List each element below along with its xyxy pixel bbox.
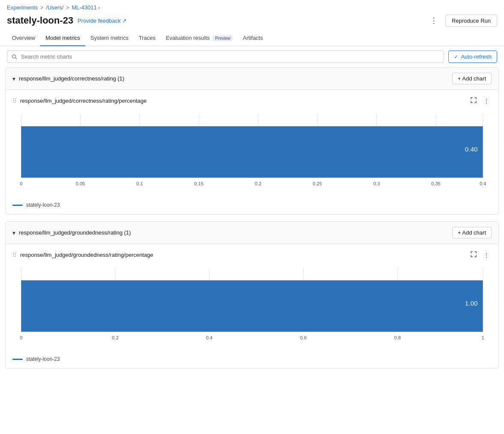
chart-title-groundedness: response/llm_judged/groundedness/rating/… — [20, 252, 153, 258]
legend-line-icon — [12, 205, 23, 206]
svg-text:1: 1 — [482, 335, 484, 340]
chart-card-correctness: ⠿ response/llm_judged/correctness/rating… — [6, 90, 498, 214]
chart-area-correctness: 0.40 0 0.05 0.1 0.15 0.2 0.25 0.3 0.35 0… — [12, 109, 492, 196]
breadcrumb-run-id[interactable]: ML-43011 › — [72, 4, 100, 11]
section-collapse-button[interactable]: ▾ — [12, 75, 15, 82]
chart-legend-groundedness: stately-loon-23 — [12, 354, 492, 362]
chart-area-groundedness: 1.00 0 0.2 0.4 0.6 0.8 1 — [12, 263, 492, 350]
chart-actions-2: ⋮ — [468, 250, 492, 260]
bar-chart-correctness-svg: 0.40 0 0.05 0.1 0.15 0.2 0.25 0.3 0.35 0… — [12, 109, 492, 195]
svg-text:0.6: 0.6 — [300, 335, 307, 340]
svg-text:0.1: 0.1 — [136, 181, 143, 186]
chart-actions: ⋮ — [468, 96, 492, 106]
chart-card-left-2: ⠿ response/llm_judged/groundedness/ratin… — [12, 252, 153, 259]
svg-text:0.2: 0.2 — [255, 181, 262, 186]
drag-handle-icon-2[interactable]: ⠿ — [12, 252, 17, 259]
section-correctness-title: response/llm_judged/correctness/rating (… — [19, 75, 124, 82]
auto-refresh-label: Auto-refresh — [461, 54, 492, 60]
legend-line-icon-2 — [12, 359, 23, 360]
section-header-left: ▾ response/llm_judged/correctness/rating… — [12, 75, 124, 82]
svg-text:0.35: 0.35 — [431, 181, 441, 186]
add-chart-button-correctness[interactable]: + Add chart — [452, 73, 492, 84]
external-link-icon: ↗ — [122, 18, 127, 24]
svg-line-1 — [15, 58, 17, 59]
svg-text:0.40: 0.40 — [465, 146, 478, 153]
svg-text:0.4: 0.4 — [480, 181, 486, 186]
expand-chart-button-2[interactable] — [468, 250, 479, 260]
svg-text:0: 0 — [20, 181, 22, 186]
search-box — [7, 51, 444, 63]
search-input[interactable] — [21, 54, 439, 60]
section-correctness: ▾ response/llm_judged/correctness/rating… — [5, 67, 499, 214]
section-header-left-2: ▾ response/llm_judged/groundedness/ratin… — [12, 229, 131, 236]
svg-text:1.00: 1.00 — [465, 300, 478, 307]
expand-chart-button[interactable] — [468, 96, 479, 106]
legend-label-correctness: stately-loon-23 — [26, 202, 60, 208]
add-chart-button-groundedness[interactable]: + Add chart — [452, 227, 492, 238]
breadcrumb: Experiments > /Users/ > ML-43011 › — [0, 0, 504, 12]
legend-label-groundedness: stately-loon-23 — [26, 356, 60, 362]
svg-text:0.3: 0.3 — [373, 181, 380, 186]
svg-text:0.25: 0.25 — [313, 181, 322, 186]
breadcrumb-sep2: > — [66, 5, 69, 11]
toolbar: ✓ Auto-refresh — [0, 46, 504, 67]
tab-overview[interactable]: Overview — [7, 30, 40, 46]
auto-refresh-button[interactable]: ✓ Auto-refresh — [448, 51, 497, 63]
svg-text:0.4: 0.4 — [206, 335, 213, 340]
chart-card-left: ⠿ response/llm_judged/correctness/rating… — [12, 98, 147, 104]
reproduce-run-button[interactable]: Reproduce Run — [445, 15, 497, 27]
svg-rect-29 — [21, 280, 483, 332]
svg-text:0: 0 — [20, 335, 22, 340]
chart-more-button-2[interactable]: ⋮ — [481, 250, 492, 260]
svg-text:0.8: 0.8 — [394, 335, 401, 340]
tab-bar: Overview Model metrics System metrics Tr… — [0, 30, 504, 46]
section-correctness-header: ▾ response/llm_judged/correctness/rating… — [6, 68, 498, 90]
tab-artifacts[interactable]: Artifacts — [238, 30, 268, 46]
tab-system-metrics[interactable]: System metrics — [85, 30, 134, 46]
tab-evaluation-results[interactable]: Evaluation results Preview — [161, 30, 238, 46]
chart-more-button[interactable]: ⋮ — [481, 96, 492, 106]
preview-badge: Preview — [213, 36, 233, 41]
drag-handle-icon[interactable]: ⠿ — [12, 98, 17, 104]
chart-card-header-correctness: ⠿ response/llm_judged/correctness/rating… — [12, 96, 492, 106]
page-header: stately-loon-23 Provide feedback ↗ ⋮ Rep… — [0, 12, 504, 30]
breadcrumb-experiments[interactable]: Experiments — [7, 4, 38, 11]
search-icon — [12, 54, 18, 60]
header-left: stately-loon-23 Provide feedback ↗ — [7, 15, 127, 26]
chart-card-header-groundedness: ⠿ response/llm_judged/groundedness/ratin… — [12, 250, 492, 260]
expand-icon-2 — [471, 251, 477, 257]
header-right: ⋮ Reproduce Run — [426, 14, 497, 27]
svg-text:0.2: 0.2 — [112, 335, 119, 340]
tab-traces[interactable]: Traces — [134, 30, 161, 46]
section-groundedness-title: response/llm_judged/groundedness/rating … — [19, 229, 131, 236]
tab-model-metrics[interactable]: Model metrics — [40, 30, 85, 46]
breadcrumb-sep1: > — [40, 5, 43, 11]
svg-text:0.05: 0.05 — [76, 181, 85, 186]
chart-title-correctness: response/llm_judged/correctness/rating/p… — [20, 98, 147, 104]
section-groundedness: ▾ response/llm_judged/groundedness/ratin… — [5, 221, 499, 369]
breadcrumb-users[interactable]: /Users/ — [46, 4, 63, 11]
bar-chart-groundedness-svg: 1.00 0 0.2 0.4 0.6 0.8 1 — [12, 263, 492, 349]
feedback-link[interactable]: Provide feedback ↗ — [78, 18, 126, 24]
section-groundedness-header: ▾ response/llm_judged/groundedness/ratin… — [6, 222, 498, 244]
more-options-button[interactable]: ⋮ — [426, 14, 441, 27]
run-title: stately-loon-23 — [7, 15, 73, 26]
svg-rect-11 — [21, 126, 483, 178]
tab-eval-label: Evaluation results — [166, 35, 210, 41]
section-collapse-button-2[interactable]: ▾ — [12, 229, 15, 236]
svg-point-0 — [12, 54, 16, 58]
breadcrumb-arrow-icon: › — [98, 4, 100, 11]
chart-legend-correctness: stately-loon-23 — [12, 199, 492, 208]
chart-card-groundedness: ⠿ response/llm_judged/groundedness/ratin… — [6, 244, 498, 368]
svg-text:0.15: 0.15 — [194, 181, 204, 186]
expand-icon — [471, 97, 477, 103]
checkmark-icon: ✓ — [454, 54, 458, 60]
